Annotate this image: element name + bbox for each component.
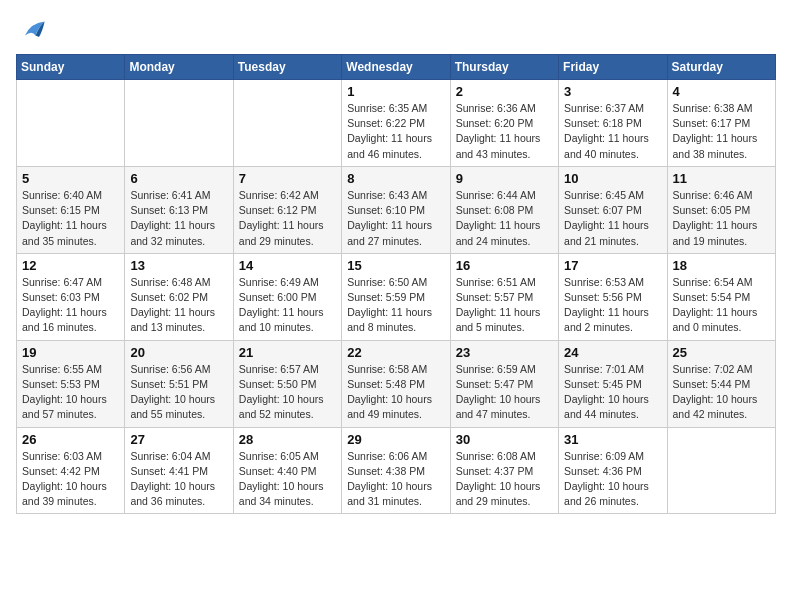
day-info: Sunrise: 6:06 AMSunset: 4:38 PMDaylight:… (347, 449, 444, 510)
calendar-cell: 11Sunrise: 6:46 AMSunset: 6:05 PMDayligh… (667, 166, 775, 253)
calendar-table: SundayMondayTuesdayWednesdayThursdayFrid… (16, 54, 776, 514)
calendar-week-row: 5Sunrise: 6:40 AMSunset: 6:15 PMDaylight… (17, 166, 776, 253)
day-number: 27 (130, 432, 227, 447)
calendar-cell: 18Sunrise: 6:54 AMSunset: 5:54 PMDayligh… (667, 253, 775, 340)
day-number: 19 (22, 345, 119, 360)
day-info: Sunrise: 6:40 AMSunset: 6:15 PMDaylight:… (22, 188, 119, 249)
day-info: Sunrise: 6:36 AMSunset: 6:20 PMDaylight:… (456, 101, 553, 162)
day-of-week-header: Saturday (667, 55, 775, 80)
calendar-cell: 1Sunrise: 6:35 AMSunset: 6:22 PMDaylight… (342, 80, 450, 167)
day-number: 24 (564, 345, 661, 360)
day-info: Sunrise: 6:42 AMSunset: 6:12 PMDaylight:… (239, 188, 336, 249)
day-info: Sunrise: 6:44 AMSunset: 6:08 PMDaylight:… (456, 188, 553, 249)
day-info: Sunrise: 6:49 AMSunset: 6:00 PMDaylight:… (239, 275, 336, 336)
calendar-cell: 20Sunrise: 6:56 AMSunset: 5:51 PMDayligh… (125, 340, 233, 427)
calendar-cell: 24Sunrise: 7:01 AMSunset: 5:45 PMDayligh… (559, 340, 667, 427)
day-number: 21 (239, 345, 336, 360)
calendar-cell (17, 80, 125, 167)
day-number: 5 (22, 171, 119, 186)
day-info: Sunrise: 6:48 AMSunset: 6:02 PMDaylight:… (130, 275, 227, 336)
page-header (16, 16, 776, 44)
day-info: Sunrise: 6:43 AMSunset: 6:10 PMDaylight:… (347, 188, 444, 249)
day-number: 15 (347, 258, 444, 273)
calendar-week-row: 1Sunrise: 6:35 AMSunset: 6:22 PMDaylight… (17, 80, 776, 167)
day-number: 9 (456, 171, 553, 186)
day-number: 29 (347, 432, 444, 447)
day-number: 11 (673, 171, 770, 186)
day-info: Sunrise: 6:47 AMSunset: 6:03 PMDaylight:… (22, 275, 119, 336)
day-number: 16 (456, 258, 553, 273)
day-info: Sunrise: 6:04 AMSunset: 4:41 PMDaylight:… (130, 449, 227, 510)
day-number: 6 (130, 171, 227, 186)
day-info: Sunrise: 6:08 AMSunset: 4:37 PMDaylight:… (456, 449, 553, 510)
day-number: 22 (347, 345, 444, 360)
day-info: Sunrise: 6:05 AMSunset: 4:40 PMDaylight:… (239, 449, 336, 510)
day-number: 26 (22, 432, 119, 447)
day-info: Sunrise: 6:56 AMSunset: 5:51 PMDaylight:… (130, 362, 227, 423)
calendar-cell: 5Sunrise: 6:40 AMSunset: 6:15 PMDaylight… (17, 166, 125, 253)
calendar-week-row: 12Sunrise: 6:47 AMSunset: 6:03 PMDayligh… (17, 253, 776, 340)
calendar-cell: 26Sunrise: 6:03 AMSunset: 4:42 PMDayligh… (17, 427, 125, 514)
day-number: 17 (564, 258, 661, 273)
day-number: 10 (564, 171, 661, 186)
calendar-cell: 17Sunrise: 6:53 AMSunset: 5:56 PMDayligh… (559, 253, 667, 340)
day-info: Sunrise: 6:37 AMSunset: 6:18 PMDaylight:… (564, 101, 661, 162)
day-info: Sunrise: 6:54 AMSunset: 5:54 PMDaylight:… (673, 275, 770, 336)
calendar-cell: 19Sunrise: 6:55 AMSunset: 5:53 PMDayligh… (17, 340, 125, 427)
day-of-week-header: Tuesday (233, 55, 341, 80)
calendar-cell: 6Sunrise: 6:41 AMSunset: 6:13 PMDaylight… (125, 166, 233, 253)
day-info: Sunrise: 6:59 AMSunset: 5:47 PMDaylight:… (456, 362, 553, 423)
calendar-cell: 10Sunrise: 6:45 AMSunset: 6:07 PMDayligh… (559, 166, 667, 253)
day-info: Sunrise: 6:46 AMSunset: 6:05 PMDaylight:… (673, 188, 770, 249)
day-number: 14 (239, 258, 336, 273)
day-of-week-header: Thursday (450, 55, 558, 80)
day-info: Sunrise: 6:38 AMSunset: 6:17 PMDaylight:… (673, 101, 770, 162)
calendar-cell (125, 80, 233, 167)
calendar-cell: 8Sunrise: 6:43 AMSunset: 6:10 PMDaylight… (342, 166, 450, 253)
calendar-cell (233, 80, 341, 167)
calendar-cell: 21Sunrise: 6:57 AMSunset: 5:50 PMDayligh… (233, 340, 341, 427)
day-number: 7 (239, 171, 336, 186)
day-number: 30 (456, 432, 553, 447)
day-info: Sunrise: 6:45 AMSunset: 6:07 PMDaylight:… (564, 188, 661, 249)
day-info: Sunrise: 6:57 AMSunset: 5:50 PMDaylight:… (239, 362, 336, 423)
calendar-cell: 3Sunrise: 6:37 AMSunset: 6:18 PMDaylight… (559, 80, 667, 167)
calendar-cell: 16Sunrise: 6:51 AMSunset: 5:57 PMDayligh… (450, 253, 558, 340)
calendar-cell: 31Sunrise: 6:09 AMSunset: 4:36 PMDayligh… (559, 427, 667, 514)
day-number: 12 (22, 258, 119, 273)
day-info: Sunrise: 6:58 AMSunset: 5:48 PMDaylight:… (347, 362, 444, 423)
day-number: 3 (564, 84, 661, 99)
logo-bird-icon (18, 16, 46, 44)
calendar-week-row: 26Sunrise: 6:03 AMSunset: 4:42 PMDayligh… (17, 427, 776, 514)
calendar-cell: 27Sunrise: 6:04 AMSunset: 4:41 PMDayligh… (125, 427, 233, 514)
day-number: 2 (456, 84, 553, 99)
day-number: 18 (673, 258, 770, 273)
day-info: Sunrise: 6:50 AMSunset: 5:59 PMDaylight:… (347, 275, 444, 336)
day-number: 1 (347, 84, 444, 99)
calendar-cell: 23Sunrise: 6:59 AMSunset: 5:47 PMDayligh… (450, 340, 558, 427)
day-info: Sunrise: 6:41 AMSunset: 6:13 PMDaylight:… (130, 188, 227, 249)
calendar-cell (667, 427, 775, 514)
calendar-cell: 30Sunrise: 6:08 AMSunset: 4:37 PMDayligh… (450, 427, 558, 514)
day-info: Sunrise: 6:53 AMSunset: 5:56 PMDaylight:… (564, 275, 661, 336)
day-of-week-header: Wednesday (342, 55, 450, 80)
day-number: 25 (673, 345, 770, 360)
day-info: Sunrise: 6:35 AMSunset: 6:22 PMDaylight:… (347, 101, 444, 162)
calendar-cell: 4Sunrise: 6:38 AMSunset: 6:17 PMDaylight… (667, 80, 775, 167)
day-info: Sunrise: 7:02 AMSunset: 5:44 PMDaylight:… (673, 362, 770, 423)
day-of-week-header: Monday (125, 55, 233, 80)
calendar-cell: 13Sunrise: 6:48 AMSunset: 6:02 PMDayligh… (125, 253, 233, 340)
day-of-week-header: Sunday (17, 55, 125, 80)
day-info: Sunrise: 6:09 AMSunset: 4:36 PMDaylight:… (564, 449, 661, 510)
day-number: 13 (130, 258, 227, 273)
calendar-cell: 15Sunrise: 6:50 AMSunset: 5:59 PMDayligh… (342, 253, 450, 340)
logo (16, 16, 46, 44)
day-info: Sunrise: 6:51 AMSunset: 5:57 PMDaylight:… (456, 275, 553, 336)
day-number: 20 (130, 345, 227, 360)
calendar-cell: 28Sunrise: 6:05 AMSunset: 4:40 PMDayligh… (233, 427, 341, 514)
day-number: 23 (456, 345, 553, 360)
calendar-cell: 7Sunrise: 6:42 AMSunset: 6:12 PMDaylight… (233, 166, 341, 253)
day-info: Sunrise: 6:03 AMSunset: 4:42 PMDaylight:… (22, 449, 119, 510)
calendar-cell: 9Sunrise: 6:44 AMSunset: 6:08 PMDaylight… (450, 166, 558, 253)
day-info: Sunrise: 7:01 AMSunset: 5:45 PMDaylight:… (564, 362, 661, 423)
